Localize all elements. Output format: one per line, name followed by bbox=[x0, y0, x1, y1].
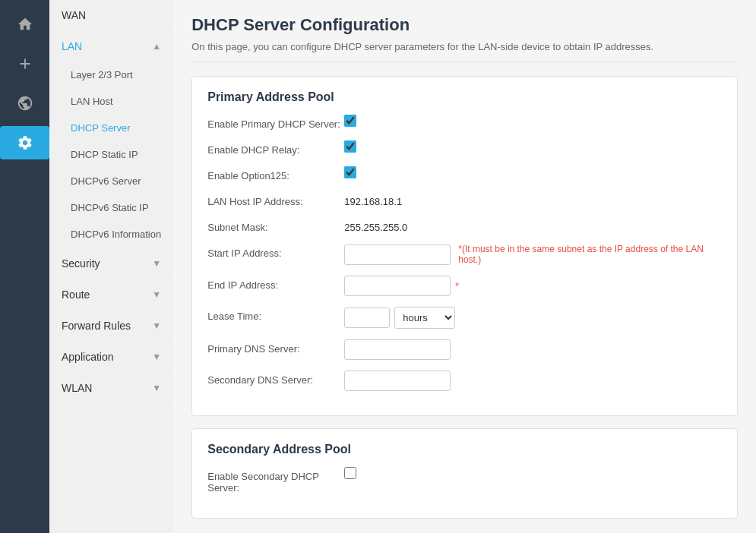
globe-icon[interactable] bbox=[8, 87, 42, 120]
start-ip-label: Start IP Address: bbox=[207, 244, 344, 259]
lease-time-input[interactable]: 1 bbox=[344, 308, 390, 328]
sidebar-item-dhcpv6staticip[interactable]: DHCPv6 Static IP bbox=[49, 194, 173, 221]
sidebar-wlan-label: WLAN bbox=[62, 382, 92, 394]
enable-relay-row: Enable DHCP Relay: bbox=[207, 140, 722, 156]
sidebar-item-dhcpstaticip[interactable]: DHCP Static IP bbox=[49, 141, 173, 168]
enable-secondary-row: Enable Secondary DHCP Server: bbox=[207, 467, 722, 494]
page-subtitle: On this page, you can configure DHCP ser… bbox=[191, 41, 738, 62]
start-ip-hint: *(It must be in the same subnet as the I… bbox=[458, 244, 722, 265]
sidebar-item-lanhost[interactable]: LAN Host bbox=[49, 88, 173, 115]
start-ip-input[interactable]: 192.168.18.5 bbox=[344, 244, 451, 265]
enable-primary-row: Enable Primary DHCP Server: bbox=[207, 115, 722, 130]
sidebar-nav: WAN LAN ▲ Layer 2/3 Port LAN Host DHCP S… bbox=[49, 0, 173, 533]
subnet-mask-row: Subnet Mask: 255.255.255.0 bbox=[207, 218, 722, 233]
enable-primary-control bbox=[344, 115, 722, 127]
lease-time-unit-select[interactable]: hours minutes days bbox=[394, 307, 455, 329]
sidebar-section-forwardrules: Forward Rules ▼ bbox=[49, 311, 173, 342]
sidebar-section-application: Application ▼ bbox=[49, 342, 173, 373]
secondary-dns-input[interactable]: 203.162.4.191 bbox=[344, 371, 451, 391]
enable-option125-label: Enable Option125: bbox=[207, 166, 344, 181]
sidebar-lan-subitems: Layer 2/3 Port LAN Host DHCP Server DHCP… bbox=[49, 62, 173, 248]
sidebar-application-label: Application bbox=[62, 351, 114, 363]
sidebar-section-route: Route ▼ bbox=[49, 279, 173, 311]
home-icon[interactable] bbox=[8, 8, 42, 41]
enable-option125-checkbox[interactable] bbox=[344, 166, 356, 178]
lease-time-control: 1 hours minutes days bbox=[344, 307, 722, 329]
enable-relay-checkbox[interactable] bbox=[344, 140, 356, 153]
sidebar-item-dhcpv6info[interactable]: DHCPv6 Information bbox=[49, 221, 173, 248]
main-content: DHCP Server Configuration On this page, … bbox=[173, 0, 756, 533]
icon-strip bbox=[0, 0, 49, 533]
sidebar-lan-label: LAN bbox=[62, 40, 82, 52]
enable-secondary-label: Enable Secondary DHCP Server: bbox=[207, 467, 344, 494]
sidebar-item-layer23[interactable]: Layer 2/3 Port bbox=[49, 62, 173, 88]
chevron-down-icon-fwd: ▼ bbox=[152, 320, 161, 331]
start-ip-control: 192.168.18.5 *(It must be in the same su… bbox=[344, 244, 722, 265]
lan-host-ip-value: 192.168.18.1 bbox=[344, 192, 402, 207]
lan-host-ip-row: LAN Host IP Address: 192.168.18.1 bbox=[207, 192, 722, 207]
add-icon[interactable] bbox=[8, 47, 42, 80]
sidebar-section-wlan: WLAN ▼ bbox=[49, 373, 173, 404]
sidebar-item-dhcpserver[interactable]: DHCP Server bbox=[49, 115, 173, 141]
chevron-down-icon-app: ▼ bbox=[152, 352, 161, 362]
subnet-mask-label: Subnet Mask: bbox=[207, 218, 344, 233]
secondary-dns-row: Secondary DNS Server: 203.162.4.191 bbox=[207, 371, 722, 391]
enable-option125-control bbox=[344, 166, 722, 178]
enable-relay-control bbox=[344, 140, 722, 153]
sidebar-item-wan[interactable]: WAN bbox=[49, 0, 173, 31]
enable-primary-checkbox[interactable] bbox=[344, 115, 356, 127]
secondary-pool-card: Secondary Address Pool Enable Secondary … bbox=[191, 428, 738, 519]
primary-dns-control: 8.8.4.4 bbox=[344, 339, 722, 360]
enable-option125-row: Enable Option125: bbox=[207, 166, 722, 181]
enable-secondary-checkbox[interactable] bbox=[344, 467, 356, 479]
sidebar-section-lan: LAN ▲ Layer 2/3 Port LAN Host DHCP Serve… bbox=[49, 31, 173, 248]
secondary-pool-title: Secondary Address Pool bbox=[207, 443, 722, 456]
end-ip-control: 192.168.18.99 * bbox=[344, 276, 722, 296]
subnet-mask-value: 255.255.255.0 bbox=[344, 218, 407, 233]
lease-time-row: Lease Time: 1 hours minutes days bbox=[207, 307, 722, 329]
chevron-down-icon-wlan: ▼ bbox=[152, 383, 161, 393]
enable-secondary-control bbox=[344, 467, 722, 479]
page-title: DHCP Server Configuration bbox=[191, 15, 738, 35]
sidebar-forwardrules-label: Forward Rules bbox=[62, 320, 131, 332]
lan-host-ip-label: LAN Host IP Address: bbox=[207, 192, 344, 207]
primary-dns-label: Primary DNS Server: bbox=[207, 339, 344, 355]
chevron-down-icon-route: ▼ bbox=[152, 289, 161, 300]
end-ip-input[interactable]: 192.168.18.99 bbox=[344, 276, 451, 296]
secondary-dns-control: 203.162.4.191 bbox=[344, 371, 722, 391]
enable-primary-label: Enable Primary DHCP Server: bbox=[207, 115, 344, 130]
end-ip-row: End IP Address: 192.168.18.99 * bbox=[207, 276, 722, 296]
secondary-dns-label: Secondary DNS Server: bbox=[207, 371, 344, 386]
primary-pool-title: Primary Address Pool bbox=[207, 90, 722, 104]
sidebar-item-lan[interactable]: LAN ▲ bbox=[49, 31, 173, 62]
primary-dns-input[interactable]: 8.8.4.4 bbox=[344, 339, 451, 360]
end-ip-label: End IP Address: bbox=[207, 276, 344, 291]
chevron-up-icon: ▲ bbox=[152, 41, 161, 52]
chevron-down-icon: ▼ bbox=[152, 258, 161, 269]
lease-time-label: Lease Time: bbox=[207, 307, 344, 322]
enable-relay-label: Enable DHCP Relay: bbox=[207, 140, 344, 156]
start-ip-row: Start IP Address: 192.168.18.5 *(It must… bbox=[207, 244, 722, 265]
sidebar-item-dhcpv6server[interactable]: DHCPv6 Server bbox=[49, 168, 173, 194]
primary-pool-card: Primary Address Pool Enable Primary DHCP… bbox=[191, 76, 738, 416]
sidebar-item-application[interactable]: Application ▼ bbox=[49, 342, 173, 372]
subnet-mask-control: 255.255.255.0 bbox=[344, 218, 722, 233]
sidebar-section-security: Security ▼ bbox=[49, 248, 173, 279]
sidebar-route-label: Route bbox=[62, 289, 90, 301]
settings-icon[interactable] bbox=[0, 126, 49, 159]
sidebar-item-security[interactable]: Security ▼ bbox=[49, 248, 173, 279]
sidebar-item-route[interactable]: Route ▼ bbox=[49, 279, 173, 310]
sidebar-item-wlan[interactable]: WLAN ▼ bbox=[49, 373, 173, 403]
end-ip-hint: * bbox=[455, 281, 459, 292]
lan-host-ip-control: 192.168.18.1 bbox=[344, 192, 722, 207]
primary-dns-row: Primary DNS Server: 8.8.4.4 bbox=[207, 339, 722, 360]
sidebar-security-label: Security bbox=[62, 257, 100, 270]
sidebar-item-forwardrules[interactable]: Forward Rules ▼ bbox=[49, 311, 173, 341]
